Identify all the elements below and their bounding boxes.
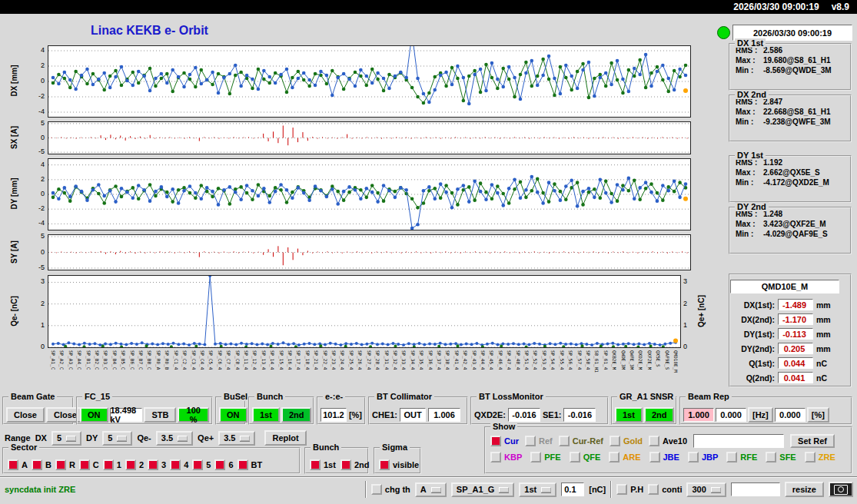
x-axis-label: SP_C7_4 (226, 350, 231, 370)
checkbox-label: 4 (184, 460, 188, 469)
show-qfe-checkbox[interactable]: QFE (570, 452, 601, 463)
gr-snsr-2nd-button[interactable]: 2nd (644, 407, 675, 423)
monitor-row: DY(1st):-0.113mm (730, 328, 850, 340)
x-axis-label: SP_27_4 (367, 350, 371, 370)
conti-checkbox[interactable]: conti (648, 484, 682, 495)
range-qep-label: Qe+ (198, 433, 214, 443)
show-zre-checkbox[interactable]: ZRE (805, 452, 835, 463)
bunch-2nd-button[interactable]: 2nd (281, 407, 312, 423)
titlebar-version: v8.9 (832, 2, 849, 12)
checkbox-icon (648, 484, 659, 495)
sp-device-menu[interactable]: SP_A1_G (451, 482, 515, 497)
beam-rep-pct-button[interactable]: [%] (807, 407, 829, 423)
dy-ytick: -2 (28, 204, 45, 212)
show-gold-checkbox[interactable]: Gold (610, 436, 643, 446)
fc15-on-button[interactable]: ON (80, 407, 108, 423)
threshold-unit: [nC] (589, 485, 606, 494)
bunch-1st-button[interactable]: 1st (252, 407, 280, 423)
show-sfe-checkbox[interactable]: SFE (766, 452, 796, 463)
x-axis-label: SP_R0_A (156, 350, 161, 370)
sector-a-checkbox[interactable]: A (8, 459, 28, 470)
show-are-checkbox[interactable]: ARE (609, 452, 640, 463)
bunch-1st-checkbox[interactable]: 1st (310, 459, 336, 470)
sigma-group: Sigma visible (374, 447, 421, 474)
bunch-menu[interactable]: 1st (519, 482, 556, 497)
dx-ytick: -4 (28, 108, 45, 115)
ph-checkbox[interactable]: P.H (616, 484, 643, 495)
show-pfe-checkbox[interactable]: PFE (530, 452, 560, 463)
che1-label: CHE1: (372, 410, 397, 419)
bunch-2nd-checkbox[interactable]: 2nd (340, 459, 370, 470)
sp-device-menu-value: SP_A1_G (457, 485, 495, 494)
checkbox-label: Cur (504, 436, 519, 446)
threshold-entry[interactable] (561, 482, 584, 496)
sector-c-checkbox[interactable]: C (79, 459, 99, 470)
range-qem-menu[interactable]: 3.5 (156, 431, 193, 446)
x-axis-label: QWFE_3M (629, 350, 634, 370)
x-axis-label: QXD2E_M (638, 350, 643, 370)
dx-plot (48, 45, 691, 118)
fc15-stb-button[interactable]: STB (144, 407, 176, 423)
stats-group-title: DY 1st (735, 151, 766, 160)
show-ref-checkbox[interactable]: Ref (525, 436, 553, 446)
show-ave10-checkbox[interactable]: Ave10 (649, 436, 687, 446)
sector-6-checkbox[interactable]: 6 (214, 459, 233, 470)
sector-r-checkbox[interactable]: R (55, 459, 75, 470)
camera-icon (834, 485, 848, 495)
sector-2-checkbox[interactable]: 2 (125, 459, 144, 470)
beam-rep-hz-button[interactable]: [Hz] (748, 407, 773, 423)
range-dy-menu[interactable]: 5 (102, 431, 132, 446)
monitor-row-value: -1.489 (778, 299, 813, 310)
checkbox-label: JBE (663, 453, 679, 462)
resize-button[interactable]: resize (785, 482, 824, 497)
qe-ytick: 2 (28, 300, 45, 307)
x-axis-label: SP_B5_C (121, 350, 125, 370)
ref-entry[interactable] (693, 434, 784, 448)
x-axis-label: SP_12_4 (252, 350, 257, 370)
x-axis-label: SP_35_4 (419, 350, 424, 370)
x-axis-label: SP_A3_C (68, 350, 73, 370)
sector-bt-checkbox[interactable]: BT (238, 459, 263, 470)
gr-snsr-1st-button[interactable]: 1st (615, 407, 643, 423)
show-cur-ref-checkbox[interactable]: Cur-Ref (559, 436, 603, 446)
x-axis-label: SP_C3_4 (191, 350, 196, 370)
x-axis-label: QXF2E_M (647, 350, 652, 370)
x-axis-label: SP_56_4 (568, 350, 573, 370)
show-label: Show (490, 422, 517, 431)
show-jbe-checkbox[interactable]: JBE (649, 452, 679, 463)
checkbox-label: RFE (740, 453, 757, 462)
menu-indicator-icon (66, 436, 76, 441)
busel-on-button[interactable]: ON (219, 407, 247, 423)
rep-count-menu[interactable]: 300 (686, 482, 726, 497)
beam-gate-close-button-1[interactable]: Close (6, 407, 45, 423)
checkbox-icon (649, 436, 659, 446)
sector-5-checkbox[interactable]: 5 (192, 459, 211, 470)
sector-b-checkbox[interactable]: B (32, 459, 51, 470)
range-qep-menu[interactable]: 3.5 (218, 431, 255, 446)
sector-3-checkbox[interactable]: 3 (148, 459, 166, 470)
set-ref-button[interactable]: Set Ref (790, 434, 835, 448)
monitor-row-value: 0.041 (778, 372, 813, 383)
range-dx-menu[interactable]: 5 (51, 431, 81, 446)
show-rfe-checkbox[interactable]: RFE (726, 452, 757, 463)
checkbox-label: BT (251, 460, 263, 469)
screenshot-button[interactable] (829, 482, 853, 497)
replot-button[interactable]: Replot (264, 430, 306, 446)
x-axis-label: SP_A1_C (51, 350, 55, 370)
sector-menu[interactable]: A (415, 482, 447, 497)
sector-1-checkbox[interactable]: 1 (103, 459, 121, 470)
chg-th-checkbox[interactable]: chg th (371, 484, 410, 495)
sx-ytick: 5 (28, 119, 45, 127)
fc15-percent-button[interactable]: 100 % (178, 407, 209, 423)
range-row: Range DX 5 DY 5 Qe- 3.5 Qe+ 3.5 Replot (5, 429, 307, 446)
show-kbp-checkbox[interactable]: KBP (490, 452, 522, 463)
sector-4-checkbox[interactable]: 4 (170, 459, 188, 470)
bunch-checkbox-label: Bunch (311, 443, 341, 452)
stat-key: Min : (736, 178, 760, 187)
show-jbp-checkbox[interactable]: JBP (688, 452, 718, 463)
x-axis-label: SP_B4_C (112, 350, 117, 370)
show-cur-checkbox[interactable]: Cur (490, 436, 519, 446)
statusbar-entry[interactable] (731, 482, 780, 496)
sigma-visible-checkbox[interactable]: visible (379, 459, 419, 470)
menu-indicator-icon (240, 436, 250, 441)
